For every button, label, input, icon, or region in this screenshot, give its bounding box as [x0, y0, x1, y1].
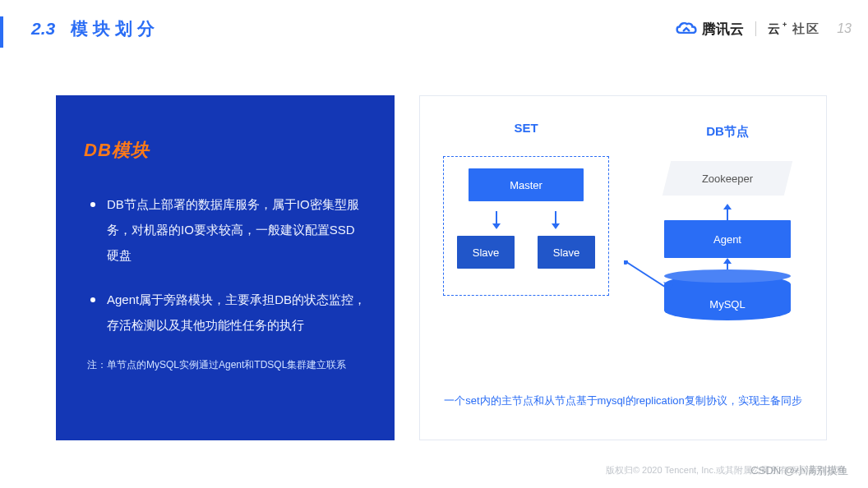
agent-box: Agent — [664, 220, 791, 258]
svg-marker-1 — [492, 223, 501, 229]
header: 2.3 模块划分 腾讯云 云+ 社区 13 — [0, 0, 868, 43]
brand-text: 腾讯云 — [702, 20, 744, 39]
set-title: SET — [443, 121, 609, 135]
panel-title: DB模块 — [84, 138, 367, 163]
diagram-panel: SET Master Slave Slave DB节点 Zookeeper — [419, 95, 827, 440]
left-panel: DB模块 DB节点上部署的数据库服务，属于IO密集型服务，对机器的IO要求较高，… — [56, 95, 395, 440]
section-number: 2.3 — [31, 19, 55, 38]
bullet-list: DB节点上部署的数据库服务，属于IO密集型服务，对机器的IO要求较高，一般建议配… — [84, 192, 367, 338]
svg-marker-3 — [552, 223, 560, 229]
svg-marker-4 — [723, 204, 732, 209]
section-title-text: 模块划分 — [71, 19, 159, 38]
slave-box: Slave — [457, 236, 515, 269]
arrow-up-icon — [723, 204, 732, 220]
copyright: 版权归© 2020 Tencent, Inc.或其附属公司所有 保留所有权利 — [0, 464, 845, 476]
title-accent — [0, 16, 3, 48]
arrow-down-icon — [492, 211, 501, 229]
community-label: 云+ 社区 — [768, 21, 820, 37]
diagram-caption: 一个set内的主节点和从节点基于mysql的replication复制协议，实现… — [420, 394, 826, 408]
set-dashed-border: Master Slave Slave — [443, 156, 609, 296]
cloud-icon — [676, 20, 697, 38]
mysql-cylinder: MySQL — [664, 274, 791, 320]
list-item: Agent属于旁路模块，主要承担DB的状态监控，存活检测以及其他功能性任务的执行 — [87, 288, 367, 338]
db-node-column: DB节点 Zookeeper Agent MySQL — [650, 121, 805, 367]
brand-area: 腾讯云 云+ 社区 13 — [676, 20, 852, 39]
zookeeper-box: Zookeeper — [663, 161, 792, 196]
set-column: SET Master Slave Slave — [443, 121, 609, 367]
brand-divider — [755, 21, 756, 36]
list-item: DB节点上部署的数据库服务，属于IO密集型服务，对机器的IO要求较高，一般建议配… — [87, 192, 367, 268]
tencent-cloud-logo: 腾讯云 — [676, 20, 744, 39]
watermark: CSDN @小满别摸鱼 — [750, 463, 848, 478]
content-area: DB模块 DB节点上部署的数据库服务，属于IO密集型服务，对机器的IO要求较高，… — [0, 43, 868, 440]
footnote: 注：单节点的MySQL实例通过Agent和TDSQL集群建立联系 — [84, 358, 367, 372]
slave-box: Slave — [538, 236, 595, 269]
db-node-title: DB节点 — [706, 124, 749, 140]
section-title: 2.3 模块划分 — [31, 17, 159, 40]
master-box: Master — [469, 168, 584, 201]
page-number: 13 — [837, 21, 852, 36]
arrow-down-icon — [551, 211, 561, 229]
svg-marker-6 — [723, 258, 732, 264]
